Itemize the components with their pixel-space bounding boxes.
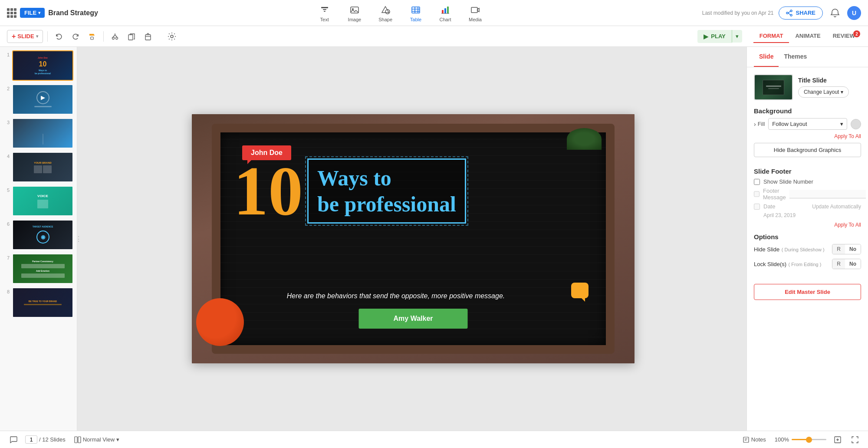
- fill-dropdown[interactable]: Follow Layout ▾: [768, 118, 847, 130]
- footer-section-title: Slide Footer: [754, 168, 861, 175]
- slide-thumb-img-4: YOUR BRAND: [12, 152, 73, 182]
- footer-message-checkbox[interactable]: [754, 191, 760, 197]
- notification-button[interactable]: [828, 6, 842, 20]
- show-slide-number-label[interactable]: Show Slide Number: [763, 178, 813, 185]
- slide-thumbnail-3[interactable]: 3: [3, 118, 73, 148]
- svg-rect-27: [128, 35, 133, 40]
- lock-slides-toggle-no[interactable]: No: [845, 259, 861, 269]
- lock-slides-row: Lock Slide(s) ( From Editing ) R No: [754, 259, 861, 269]
- slide-counter: / 12 Slides: [25, 435, 66, 444]
- undo-button[interactable]: [52, 30, 66, 43]
- normal-view-button[interactable]: Normal View ▾: [71, 435, 123, 445]
- footer-apply-all[interactable]: Apply To All: [754, 222, 861, 228]
- footer-message-input[interactable]: [789, 190, 866, 198]
- cut-button[interactable]: [108, 30, 122, 43]
- lock-slides-toggle[interactable]: R No: [832, 259, 861, 269]
- add-slide-button[interactable]: + SLIDE ▾: [7, 30, 43, 43]
- slide-thumbnail-5[interactable]: 5 VOICE: [3, 186, 73, 216]
- svg-rect-12: [444, 8, 446, 13]
- undo-icon: [55, 33, 63, 40]
- slide-thumbnail-7[interactable]: 7 Partner Consistency Add Emotion: [3, 254, 73, 284]
- file-menu-button[interactable]: FILE ▾: [20, 8, 45, 18]
- date-row: Date Update Automatically: [754, 203, 861, 210]
- insert-text-button[interactable]: Text: [315, 2, 334, 24]
- play-button[interactable]: ▶ PLAY: [697, 30, 731, 43]
- svg-line-20: [788, 13, 790, 15]
- slide-thumb-img-2: ▶: [12, 84, 73, 115]
- rp-tab-themes[interactable]: Themes: [779, 47, 812, 67]
- slide-thumbnail-4[interactable]: 4 YOUR BRAND: [3, 152, 73, 182]
- format-tab[interactable]: FORMAT: [753, 30, 789, 43]
- layout-info: Title Slide Change Layout ▾: [798, 77, 861, 98]
- paste-button[interactable]: [141, 30, 155, 43]
- zoom-slider[interactable]: [792, 439, 826, 440]
- change-layout-button[interactable]: Change Layout ▾: [798, 86, 849, 98]
- slide-thumbnail-6[interactable]: 6 TARGET AUDIENCE ◉: [3, 220, 73, 250]
- normal-view-icon: [74, 436, 81, 443]
- insert-image-button[interactable]: Image: [345, 2, 365, 24]
- chalkboard-frame: John Doe 10 Ways to be professional Here…: [212, 124, 615, 354]
- insert-media-button[interactable]: Media: [465, 2, 485, 24]
- date-checkbox[interactable]: [754, 204, 760, 210]
- canvas-area: John Doe 10 Ways to be professional Here…: [80, 47, 746, 431]
- toolbar-separator-1: [47, 31, 48, 42]
- slide-current-input[interactable]: [25, 435, 37, 444]
- insert-chart-button[interactable]: Chart: [436, 2, 455, 24]
- insert-table-button[interactable]: Table: [406, 2, 425, 24]
- hide-slide-toggle[interactable]: R No: [832, 244, 861, 254]
- play-icon: ▶: [704, 33, 708, 40]
- hide-slide-toggle-no[interactable]: No: [845, 244, 861, 254]
- animate-tab[interactable]: ANIMATE: [789, 30, 826, 43]
- slide-thumbnail-2[interactable]: 2 ▶: [3, 84, 73, 115]
- chat-button[interactable]: [7, 433, 20, 446]
- footer-message-label: Footer Message: [763, 188, 786, 201]
- rp-tab-slide[interactable]: Slide: [754, 47, 779, 67]
- hide-background-graphics-button[interactable]: Hide Background Graphics: [754, 143, 861, 157]
- fullscreen-button[interactable]: [849, 434, 861, 446]
- share-button[interactable]: SHARE: [779, 7, 823, 20]
- slide-3-preview: [13, 119, 72, 148]
- slide-canvas[interactable]: John Doe 10 Ways to be professional Here…: [192, 114, 635, 363]
- options-section-title: Options: [754, 233, 861, 240]
- settings-button[interactable]: [164, 29, 179, 44]
- slide-subtitle: Here are the behaviors that send the opp…: [220, 290, 571, 302]
- slide-4-preview: YOUR BRAND: [13, 153, 72, 181]
- date-auto-label: Update Automatically: [779, 204, 861, 210]
- hide-slide-row: Hide Slide ( During Slideshow ) R No: [754, 244, 861, 254]
- format-paint-button[interactable]: [85, 30, 99, 43]
- status-bar-left: / 12 Slides Normal View ▾: [7, 433, 123, 446]
- hide-slide-toggle-r[interactable]: R: [832, 244, 845, 254]
- svg-rect-28: [145, 35, 151, 40]
- slide-thumb-img-1: John Doe 10 Ways tobe professional: [12, 50, 73, 81]
- top-bar-right: Last modified by you on Apr 21 SHARE U: [702, 6, 861, 20]
- title-box-selected[interactable]: Ways to be professional: [307, 158, 466, 224]
- attendee-button[interactable]: Amy Walker: [359, 309, 468, 329]
- show-slide-number-checkbox[interactable]: [754, 179, 760, 185]
- svg-rect-1: [323, 9, 326, 10]
- redo-button[interactable]: [69, 30, 82, 43]
- paste-icon: [144, 33, 152, 40]
- fit-to-window-button[interactable]: [832, 434, 844, 446]
- table-icon: [410, 4, 422, 16]
- background-apply-all[interactable]: Apply To All: [754, 133, 861, 139]
- svg-rect-15: [471, 7, 477, 13]
- show-slide-number-row: Show Slide Number: [754, 178, 861, 185]
- edit-master-slide-button[interactable]: Edit Master Slide: [754, 284, 861, 300]
- slide-thumbnail-8[interactable]: 8 BE TRUE TO YOUR BRAND: [3, 287, 73, 318]
- message-icon: [575, 287, 584, 294]
- avatar[interactable]: U: [847, 6, 861, 20]
- svg-rect-2: [324, 11, 326, 12]
- hide-slide-label-group: Hide Slide ( During Slideshow ): [754, 245, 825, 253]
- review-tab[interactable]: REVIEW 2: [827, 30, 861, 43]
- notes-button[interactable]: Notes: [739, 435, 769, 445]
- play-group: ▶ PLAY ▾: [697, 30, 742, 43]
- slide-thumbnail-1[interactable]: 1 John Doe 10 Ways tobe professional: [3, 50, 73, 81]
- shape-icon: [379, 4, 391, 16]
- play-dropdown-button[interactable]: ▾: [732, 30, 742, 43]
- lock-slides-toggle-r[interactable]: R: [832, 259, 845, 269]
- insert-shape-button[interactable]: Shape: [375, 2, 396, 24]
- fill-color-swatch[interactable]: [851, 119, 861, 129]
- copy-button[interactable]: [125, 30, 138, 43]
- app-grid-icon[interactable]: [7, 8, 16, 18]
- svg-point-16: [790, 10, 792, 12]
